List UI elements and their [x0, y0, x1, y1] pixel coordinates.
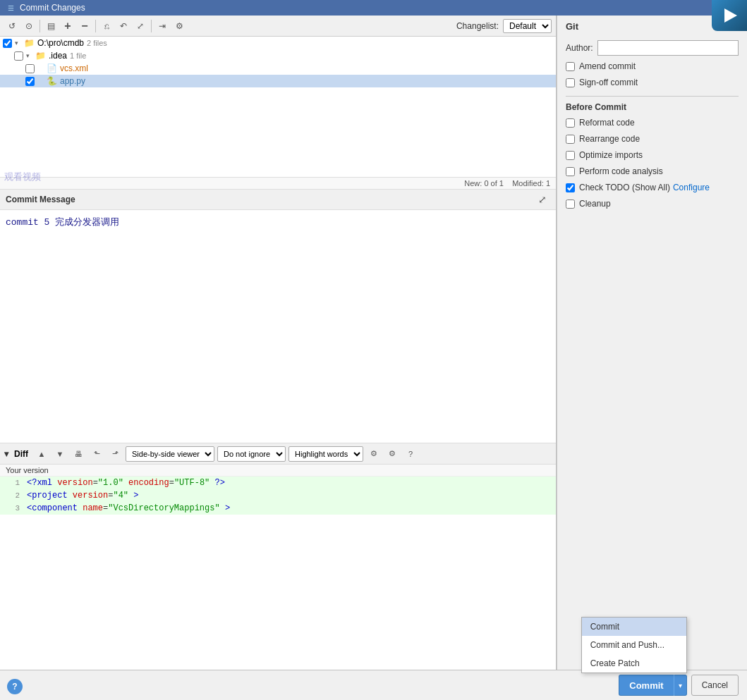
apppy-checkbox[interactable]: [25, 77, 35, 86]
your-version-label: Your version: [0, 465, 556, 477]
tree-idea-folder[interactable]: ▾ 📁 .idea 1 file: [0, 49, 556, 62]
toolbar-sep-1: [40, 20, 40, 32]
idea-checkbox[interactable]: [14, 51, 23, 61]
diff-print-btn[interactable]: 🖶: [71, 446, 86, 462]
idea-file-count: 1 file: [70, 51, 86, 60]
status-modified: Modified: 1: [512, 179, 550, 188]
diff-viewer-dropdown[interactable]: Side-by-side viewer: [126, 446, 214, 462]
refresh-btn[interactable]: ↺: [4, 18, 20, 34]
toolbar: ↺ ⊙ ▤ + − ⎌ ↶ ⤢ ⇥ ⚙ Changelist: Default: [0, 16, 556, 37]
cancel-button[interactable]: Cancel: [691, 675, 739, 696]
cleanup-checkbox[interactable]: [566, 199, 575, 209]
diff-line-num-1: 1: [3, 479, 20, 487]
include-btn[interactable]: ⊙: [21, 18, 37, 34]
title-bar-icon: ☰: [6, 3, 16, 13]
revert-btn[interactable]: ⎌: [99, 18, 114, 34]
check-todo-label: Check TODO (Show All): [579, 183, 670, 192]
dropdown-create-patch[interactable]: Create Patch: [582, 654, 686, 673]
idea-folder-icon: 📁: [35, 51, 46, 61]
apppy-icon: 🐍: [47, 76, 57, 86]
cleanup-row: Cleanup: [566, 197, 739, 210]
diff-extra-btn[interactable]: ⚙: [384, 446, 400, 462]
diff-up-btn[interactable]: ▲: [34, 446, 49, 462]
reformat-checkbox[interactable]: [566, 118, 575, 128]
reformat-row: Reformat code: [566, 116, 739, 129]
tree-vcs-xml[interactable]: 📄 vcs.xml: [0, 62, 556, 75]
play-icon: [724, 8, 737, 23]
move-btn[interactable]: ⇥: [154, 18, 170, 34]
diff-line-num-3: 3: [3, 504, 20, 512]
plus-btn[interactable]: +: [60, 18, 75, 34]
section-divider: [566, 96, 739, 97]
commit-message-expand-btn[interactable]: ⤢: [535, 192, 550, 207]
code-analysis-checkbox[interactable]: [566, 167, 575, 176]
help-button[interactable]: ?: [7, 679, 23, 694]
action-bar: ? Commit ▾ Commit Commit and Push... Cre…: [0, 670, 747, 700]
rearrange-checkbox[interactable]: [566, 135, 575, 144]
dropdown-commit-push[interactable]: Commit and Push...: [582, 636, 686, 654]
top-logo: [712, 0, 747, 31]
sign-off-checkbox[interactable]: [566, 78, 575, 87]
amend-commit-checkbox[interactable]: [566, 62, 575, 71]
idea-label: .idea: [49, 51, 67, 61]
diff-section-title: Diff: [14, 449, 28, 459]
root-arrow: ▾: [15, 39, 22, 47]
commit-message-title: Commit Message: [6, 195, 75, 204]
tree-root[interactable]: ▾ 📁 O:\pro\cmdb 2 files: [0, 37, 556, 49]
diff-prev-btn[interactable]: ⬑: [89, 446, 104, 462]
code-analysis-label: Perform code analysis: [579, 166, 663, 176]
author-row: Author:: [566, 40, 739, 56]
commit-textarea[interactable]: commit 5 完成分发器调用: [0, 210, 556, 443]
check-todo-row: Check TODO (Show All) Configure: [566, 181, 739, 194]
diff-down-btn[interactable]: ▼: [52, 446, 68, 462]
diff-btn[interactable]: ▤: [43, 18, 59, 34]
diff-line-2: 2 <project version="4" >: [0, 489, 556, 502]
vcs-checkbox[interactable]: [25, 64, 35, 73]
settings-btn[interactable]: ⚙: [171, 18, 187, 34]
status-new: New: 0 of 1: [464, 179, 504, 188]
sign-off-row: Sign-off commit: [566, 76, 739, 89]
root-folder-icon: 📁: [24, 38, 35, 48]
diff-line-1: 1 <?xml version="1.0" encoding="UTF-8" ?…: [0, 477, 556, 489]
diff-settings-btn[interactable]: ⚙: [366, 446, 382, 462]
diff-toolbar: ▾ Diff ▲ ▼ 🖶 ⬑ ⬏ Side-by-side viewer Do …: [0, 443, 556, 465]
commit-dropdown-menu: Commit Commit and Push... Create Patch: [581, 617, 687, 673]
root-checkbox[interactable]: [3, 39, 12, 48]
toolbar-sep-3: [151, 20, 152, 32]
reformat-label: Reformat code: [579, 118, 635, 128]
commit-dropdown-arrow[interactable]: ▾: [674, 675, 687, 696]
author-label: Author:: [566, 43, 593, 53]
right-panel: Git Author: Amend commit Sign-off commit…: [557, 16, 747, 700]
left-panel: ↺ ⊙ ▤ + − ⎌ ↶ ⤢ ⇥ ⚙ Changelist: Default …: [0, 16, 557, 700]
diff-line-num-2: 2: [3, 491, 20, 500]
diff-ignore-dropdown[interactable]: Do not ignore: [217, 446, 286, 462]
optimize-checkbox[interactable]: [566, 151, 575, 160]
sign-off-label: Sign-off commit: [579, 78, 638, 87]
changelist-label: Changelist:: [456, 21, 499, 31]
expand-btn[interactable]: ⤢: [133, 18, 148, 34]
rearrange-label: Rearrange code: [579, 134, 640, 144]
minus-btn[interactable]: −: [77, 18, 92, 34]
configure-link[interactable]: Configure: [673, 183, 710, 192]
diff-highlight-dropdown[interactable]: Highlight words: [289, 446, 363, 462]
code-analysis-row: Perform code analysis: [566, 165, 739, 178]
root-file-count: 2 files: [87, 39, 107, 47]
diff-help-btn[interactable]: ?: [403, 446, 418, 462]
status-bar: New: 0 of 1 Modified: 1: [0, 178, 556, 190]
title-bar: ☰ Commit Changes: [0, 0, 747, 16]
changelist-dropdown[interactable]: Default: [503, 19, 552, 33]
dropdown-commit[interactable]: Commit: [582, 618, 686, 636]
main-container: ↺ ⊙ ▤ + − ⎌ ↶ ⤢ ⇥ ⚙ Changelist: Default …: [0, 16, 747, 700]
tree-app-py[interactable]: 🐍 app.py: [0, 75, 556, 87]
check-todo-checkbox[interactable]: [566, 183, 575, 192]
commit-message-header: Commit Message ⤢: [0, 190, 556, 210]
undo-btn[interactable]: ↶: [116, 18, 131, 34]
diff-next-btn[interactable]: ⬏: [107, 446, 123, 462]
author-input[interactable]: [597, 40, 739, 56]
file-tree: ▾ 📁 O:\pro\cmdb 2 files ▾ 📁 .idea 1 file…: [0, 37, 556, 178]
commit-button[interactable]: Commit: [619, 675, 673, 696]
title-bar-title: Commit Changes: [20, 3, 85, 13]
vcs-xml-icon: 📄: [47, 63, 57, 73]
optimize-label: Optimize imports: [579, 150, 643, 160]
cleanup-label: Cleanup: [579, 199, 611, 209]
